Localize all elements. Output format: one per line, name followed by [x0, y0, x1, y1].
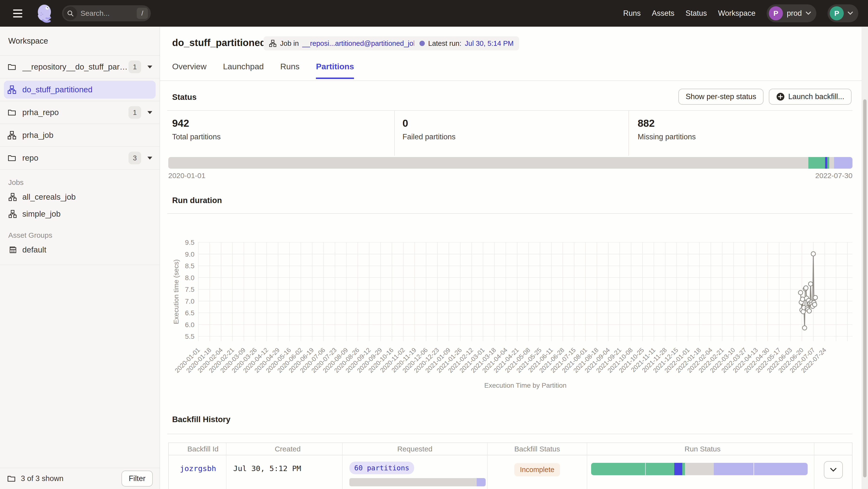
- user-menu[interactable]: P: [828, 4, 858, 22]
- search-icon: [64, 6, 77, 20]
- sidebar-item-do-stuff-partitioned[interactable]: do_stuff_partitioned: [0, 78, 159, 101]
- deployment-switcher[interactable]: P prod: [767, 4, 816, 22]
- top-nav: / Runs Assets Status Workspace P prod P: [0, 0, 868, 27]
- jobs-section-header: Jobs: [0, 170, 159, 189]
- col-requested: Requested: [343, 443, 488, 455]
- filter-button[interactable]: Filter: [121, 470, 153, 487]
- sidebar-item-simple-job[interactable]: simple_job: [0, 205, 159, 223]
- partition-bar-dates: 2020-01-01 2022-07-30: [168, 171, 852, 180]
- sidebar-item-label: repo: [22, 153, 128, 163]
- asset-groups-section-header: Asset Groups: [0, 223, 159, 241]
- svg-text:Execution time (secs): Execution time (secs): [173, 259, 180, 324]
- search-input[interactable]: [77, 9, 137, 18]
- backfill-status-badge: Incomplete: [514, 463, 560, 477]
- tab-partitions[interactable]: Partitions: [316, 62, 354, 79]
- table-row: jozrgsbh Jul 30, 5:12 PM 60 partitions 2…: [169, 455, 852, 489]
- backfill-history-table: Backfill Id Created Requested Backfill S…: [168, 443, 852, 489]
- global-search[interactable]: /: [62, 5, 151, 21]
- divider: [628, 110, 629, 156]
- deployment-avatar: P: [769, 6, 783, 20]
- job-tag-prefix: Job in: [280, 39, 299, 47]
- job-icon: [7, 131, 17, 140]
- run-duration-title: Run duration: [172, 196, 222, 205]
- sidebar-item-label: all_cereals_job: [22, 192, 151, 202]
- nav-link-runs[interactable]: Runs: [623, 9, 641, 18]
- latest-run-link[interactable]: Jul 30, 5:14 PM: [465, 39, 514, 47]
- folder-icon: [7, 474, 17, 483]
- plus-circle-icon: [776, 92, 785, 101]
- divider: [167, 434, 852, 434]
- run-status-bar[interactable]: [591, 463, 808, 475]
- stat-missing-partitions: 882 Missing partitions: [638, 110, 695, 156]
- expand-row-button[interactable]: [824, 461, 843, 479]
- backfill-id-link[interactable]: jozrgsbh: [180, 464, 226, 473]
- stat-failed-partitions: 0 Failed partitions: [402, 110, 456, 156]
- chevron-down-icon: [830, 468, 836, 472]
- hamburger-menu-icon[interactable]: [10, 3, 30, 24]
- user-avatar: P: [830, 6, 844, 20]
- scrollbar-thumb[interactable]: [863, 99, 867, 477]
- dagster-app: / Runs Assets Status Workspace P prod P …: [0, 0, 868, 489]
- search-shortcut-key: /: [137, 8, 148, 19]
- sidebar-item-all-cereals-job[interactable]: all_cereals_job: [0, 189, 159, 205]
- dagster-logo-icon[interactable]: [34, 3, 55, 24]
- launch-backfill-button[interactable]: Launch backfill...: [769, 89, 851, 105]
- partition-status-bar[interactable]: [168, 157, 852, 169]
- svg-text:8.5: 8.5: [185, 262, 194, 270]
- stat-label: Missing partitions: [638, 133, 695, 141]
- svg-text:9.0: 9.0: [185, 251, 194, 258]
- workspace-sidebar: Workspace __repository__do_stuff_partiti…: [0, 27, 160, 489]
- tabs-divider: [160, 80, 868, 81]
- sidebar-item-prha-repo[interactable]: prha_repo 1: [0, 101, 159, 124]
- sidebar-title: Workspace: [0, 27, 159, 56]
- vertical-scrollbar: [862, 27, 868, 489]
- sidebar-item-label: do_stuff_partitioned: [22, 85, 152, 94]
- chevron-down-icon: [848, 12, 853, 15]
- table-header-row: Backfill Id Created Requested Backfill S…: [169, 443, 852, 455]
- job-icon: [8, 193, 18, 201]
- count-badge: 1: [128, 61, 141, 73]
- nav-link-workspace[interactable]: Workspace: [718, 9, 755, 18]
- stat-total-partitions: 942 Total partitions: [172, 110, 221, 156]
- tab-launchpad[interactable]: Launchpad: [223, 62, 264, 79]
- caret-down-icon[interactable]: [147, 157, 152, 160]
- svg-text:6.0: 6.0: [185, 321, 194, 329]
- chevron-down-icon: [806, 12, 811, 15]
- svg-text:8.0: 8.0: [185, 274, 194, 282]
- requested-range-bar: [349, 478, 486, 486]
- caret-down-icon[interactable]: [147, 65, 152, 69]
- sidebar-item-repo[interactable]: repo 3: [0, 147, 159, 170]
- deployment-label: prod: [787, 9, 802, 18]
- svg-text:6.5: 6.5: [185, 309, 194, 317]
- job-icon: [7, 85, 17, 94]
- sidebar-item-prha-job[interactable]: prha_job: [0, 124, 159, 147]
- job-icon: [8, 209, 18, 218]
- svg-text:9.5: 9.5: [185, 239, 194, 246]
- backfill-created: Jul 30, 5:12 PM: [233, 464, 342, 473]
- nav-link-status[interactable]: Status: [686, 9, 707, 18]
- sidebar-item-label: __repository__do_stuff_partitio...: [22, 62, 128, 71]
- svg-text:7.5: 7.5: [185, 286, 194, 293]
- backfill-history-title: Backfill History: [172, 415, 230, 424]
- folder-icon: [7, 153, 17, 163]
- tab-overview[interactable]: Overview: [172, 62, 207, 79]
- run-duration-chart-wrap: 5.56.06.57.07.58.08.59.09.52020-01-01202…: [167, 233, 868, 402]
- stat-value: 942: [172, 118, 221, 129]
- sidebar-footer: 3 of 3 shown Filter: [0, 468, 159, 489]
- sidebar-item-repository[interactable]: __repository__do_stuff_partitio... 1: [0, 56, 159, 78]
- main-content: do_stuff_partitioned Job in __reposi...a…: [160, 27, 868, 489]
- partition-range-end: 2022-07-30: [815, 171, 852, 180]
- caret-down-icon[interactable]: [147, 111, 152, 114]
- job-location-link[interactable]: __reposi...artitioned@partitioned_job: [302, 39, 417, 47]
- partition-range-start: 2020-01-01: [168, 171, 205, 180]
- requested-partitions-pill[interactable]: 60 partitions: [349, 462, 414, 474]
- job-tabs: Overview Launchpad Runs Partitions: [172, 62, 354, 79]
- folder-icon: [7, 108, 17, 117]
- col-run-status: Run Status: [587, 443, 814, 455]
- nav-link-assets[interactable]: Assets: [652, 9, 675, 18]
- divider: [167, 213, 852, 214]
- sidebar-item-default-asset-group[interactable]: default: [0, 241, 159, 258]
- run-duration-chart: 5.56.06.57.07.58.08.59.09.52020-01-01202…: [167, 233, 868, 402]
- tab-runs[interactable]: Runs: [280, 62, 300, 79]
- show-per-step-status-button[interactable]: Show per-step status: [678, 89, 764, 105]
